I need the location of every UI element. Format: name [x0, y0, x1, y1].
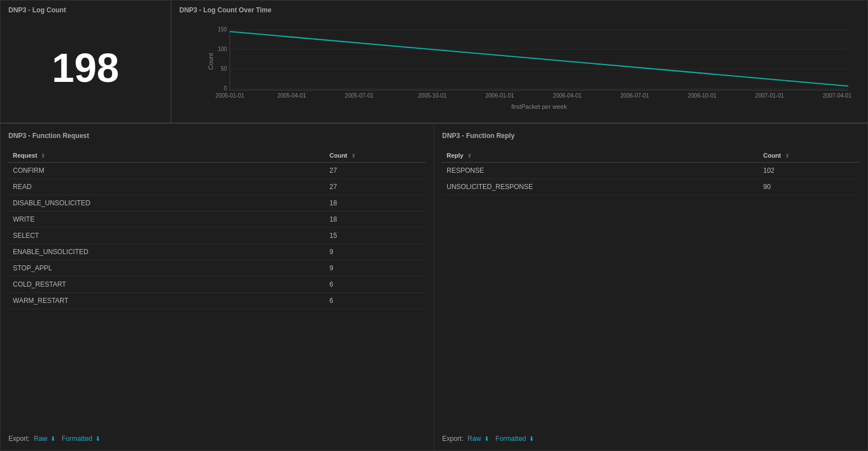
- table-row: SELECT 15: [8, 228, 426, 244]
- count-cell: 102: [759, 163, 860, 179]
- table-row: CONFIRM 27: [8, 163, 426, 179]
- svg-text:2006-01-01: 2006-01-01: [485, 93, 514, 99]
- function-request-table: Request ⇕ Count ⇕ CONFIRM 27 READ 27 DIS…: [8, 149, 426, 309]
- request-cell: READ: [8, 179, 325, 195]
- svg-text:2007-04-01: 2007-04-01: [823, 93, 852, 99]
- function-reply-panel: DNP3 - Function Reply Reply ⇕ Count ⇕ RE…: [434, 123, 868, 451]
- col-count-header-reply[interactable]: Count ⇕: [759, 149, 860, 163]
- count-cell: 27: [325, 179, 426, 195]
- download-icon-raw-request: ⬇: [50, 435, 55, 443]
- col-request-header[interactable]: Request ⇕: [8, 149, 325, 163]
- log-count-panel: DNP3 - Log Count 198: [0, 0, 171, 123]
- request-cell: DISABLE_UNSOLICITED: [8, 195, 325, 211]
- count-cell: 18: [325, 195, 426, 211]
- svg-text:2005-10-01: 2005-10-01: [418, 93, 447, 99]
- table-row: STOP_APPL 9: [8, 260, 426, 277]
- count-cell: 9: [325, 260, 426, 277]
- function-request-panel: DNP3 - Function Request Request ⇕ Count …: [0, 123, 434, 451]
- function-reply-table: Reply ⇕ Count ⇕ RESPONSE 102 UNSOLICITED…: [442, 149, 860, 195]
- count-cell: 9: [325, 244, 426, 260]
- formatted-export-reply[interactable]: Formatted ⬇: [495, 435, 534, 443]
- svg-text:2006-07-01: 2006-07-01: [620, 93, 649, 99]
- sort-icon-count-reply: ⇕: [785, 153, 790, 159]
- table-row: RESPONSE 102: [442, 163, 860, 179]
- svg-text:2006-04-01: 2006-04-01: [553, 93, 582, 99]
- export-label-reply: Export:: [442, 435, 463, 443]
- reply-cell: UNSOLICITED_RESPONSE: [442, 179, 759, 195]
- request-cell: COLD_RESTART: [8, 277, 325, 293]
- table-row: WARM_RESTART 6: [8, 293, 426, 309]
- svg-text:2006-10-01: 2006-10-01: [688, 93, 717, 99]
- count-cell: 18: [325, 211, 426, 228]
- function-request-title: DNP3 - Function Request: [8, 132, 426, 140]
- table-row: ENABLE_UNSOLICITED 9: [8, 244, 426, 260]
- svg-text:2005-01-01: 2005-01-01: [216, 93, 245, 99]
- count-cell: 15: [325, 228, 426, 244]
- sort-icon-count-request: ⇕: [351, 153, 356, 159]
- svg-text:2005-07-01: 2005-07-01: [345, 93, 374, 99]
- function-reply-title: DNP3 - Function Reply: [442, 132, 860, 140]
- request-cell: STOP_APPL: [8, 260, 325, 277]
- sort-icon-reply: ⇕: [467, 153, 472, 159]
- table-row: READ 27: [8, 179, 426, 195]
- download-icon-formatted-reply: ⬇: [529, 435, 534, 443]
- export-label-request: Export:: [8, 435, 30, 443]
- svg-text:150: 150: [217, 26, 227, 33]
- sort-icon-request: ⇕: [41, 153, 45, 159]
- table-row: COLD_RESTART 6: [8, 277, 426, 293]
- col-count-header-request[interactable]: Count ⇕: [325, 149, 426, 163]
- log-count-title: DNP3 - Log Count: [8, 6, 163, 14]
- reply-cell: RESPONSE: [442, 163, 759, 179]
- svg-text:50: 50: [221, 66, 228, 72]
- request-cell: WARM_RESTART: [8, 293, 325, 309]
- svg-text:Count: Count: [207, 53, 214, 70]
- table-row: UNSOLICITED_RESPONSE 90: [442, 179, 860, 195]
- request-cell: CONFIRM: [8, 163, 325, 179]
- svg-text:firstPacket per week: firstPacket per week: [511, 103, 567, 110]
- download-icon-raw-reply: ⬇: [484, 435, 489, 443]
- formatted-export-request[interactable]: Formatted ⬇: [62, 435, 100, 443]
- svg-text:100: 100: [217, 46, 227, 52]
- table-row: DISABLE_UNSOLICITED 18: [8, 195, 426, 211]
- request-cell: WRITE: [8, 211, 325, 228]
- chart-panel: DNP3 - Log Count Over Time 0 50 100 150 …: [171, 0, 868, 123]
- count-cell: 6: [325, 277, 426, 293]
- raw-export-reply[interactable]: Raw ⬇: [467, 435, 491, 443]
- table-row: WRITE 18: [8, 211, 426, 228]
- svg-text:0: 0: [224, 85, 228, 91]
- count-cell: 90: [759, 179, 860, 195]
- request-cell: SELECT: [8, 228, 325, 244]
- export-row-reply: Export: Raw ⬇ Formatted ⬇: [442, 428, 860, 443]
- chart-container: 0 50 100 150 Count 2005-01-01 2005-04-01…: [179, 19, 860, 133]
- raw-export-request[interactable]: Raw ⬇: [34, 435, 57, 443]
- svg-text:2007-01-01: 2007-01-01: [755, 93, 785, 99]
- export-row-request: Export: Raw ⬇ Formatted ⬇: [8, 428, 426, 443]
- chart-svg: 0 50 100 150 Count 2005-01-01 2005-04-01…: [207, 24, 854, 116]
- svg-text:2005-04-01: 2005-04-01: [277, 93, 307, 99]
- col-reply-header[interactable]: Reply ⇕: [442, 149, 759, 163]
- log-count-value: 198: [8, 19, 163, 117]
- count-cell: 27: [325, 163, 426, 179]
- count-cell: 6: [325, 293, 426, 309]
- download-icon-formatted-request: ⬇: [95, 435, 100, 443]
- request-cell: ENABLE_UNSOLICITED: [8, 244, 325, 260]
- chart-title: DNP3 - Log Count Over Time: [179, 6, 860, 14]
